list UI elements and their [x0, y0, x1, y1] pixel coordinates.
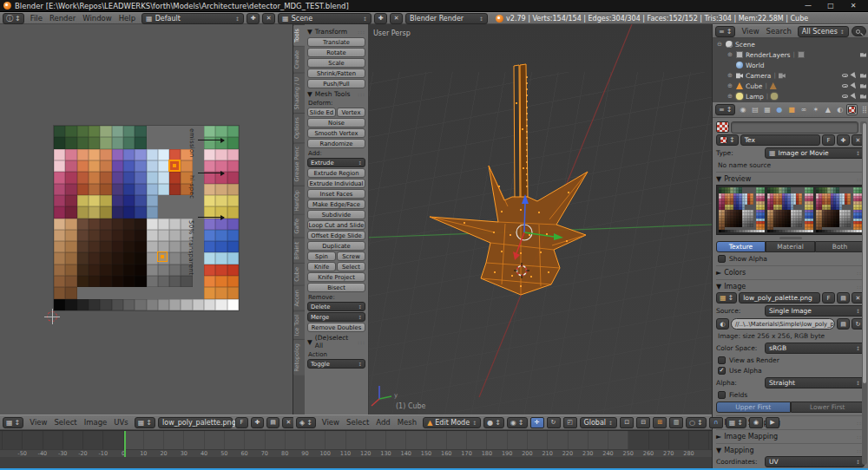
menu-uvs[interactable]: UVs: [110, 418, 131, 427]
menu-select[interactable]: Select: [343, 418, 372, 427]
tool-button-knife[interactable]: Knife: [307, 262, 336, 271]
menu-view[interactable]: View: [738, 27, 762, 36]
source-dropdown[interactable]: Single Image↕: [765, 305, 865, 317]
mesh-object[interactable]: [430, 166, 588, 295]
add-scene-button[interactable]: ✚: [374, 13, 387, 24]
tool-dropdown-merge[interactable]: Merge↕: [307, 312, 365, 322]
tool-dropdown-extrude[interactable]: Extrude↕: [307, 158, 365, 167]
scene-dropdown[interactable]: ▦Scene↕: [278, 13, 372, 24]
tab-object[interactable]: ■: [786, 104, 797, 115]
expand-toggle-icon[interactable]: ⊕: [727, 82, 733, 89]
expand-toggle-icon[interactable]: ⊖: [716, 41, 723, 48]
delete-scene-button[interactable]: ✕: [390, 13, 403, 24]
image-browse-button[interactable]: ▦↕: [716, 292, 737, 304]
upper-first-button[interactable]: Upper First: [716, 401, 791, 413]
tab-render[interactable]: ◉: [737, 104, 748, 115]
tool-button-slide-ed[interactable]: Slide Ed: [307, 108, 336, 117]
cursor-restrict-icon[interactable]: [851, 82, 858, 89]
fake-user-button[interactable]: F: [822, 134, 835, 146]
opengl-render-button[interactable]: ◉: [749, 417, 763, 428]
z-axis-handle[interactable]: [524, 203, 525, 232]
file-browse-button[interactable]: ▤: [837, 318, 850, 330]
menu-window[interactable]: Window: [79, 14, 115, 23]
texture-slot-list[interactable]: [731, 121, 858, 134]
face-select-button[interactable]: ⊞: [653, 417, 667, 428]
expand-toggle-icon[interactable]: ⊕: [727, 72, 733, 79]
tab-texture[interactable]: [846, 104, 858, 115]
mesh-antenna[interactable]: [514, 65, 520, 199]
add-texture-button[interactable]: ✚: [837, 134, 850, 146]
tool-button-loop-cut-and-slide[interactable]: Loop Cut and Slide: [307, 220, 365, 230]
preview-panel-header[interactable]: ▼Preview:::: [716, 172, 865, 183]
eye-restrict-icon[interactable]: [842, 95, 848, 98]
minimize-button[interactable]: —: [797, 0, 819, 11]
show-alpha-checkbox[interactable]: [718, 255, 726, 263]
shelf-tab-cube[interactable]: Cube: [293, 263, 305, 285]
cam-restrict-icon[interactable]: [860, 95, 866, 99]
cam-restrict-icon[interactable]: [860, 84, 866, 88]
render-engine-dropdown[interactable]: Blender Render↕: [405, 13, 488, 24]
new-image-button[interactable]: ✚: [251, 417, 264, 428]
shelf-tab-accen[interactable]: Accen: [293, 285, 305, 310]
tool-button-push-pull[interactable]: Push/Pull: [307, 79, 365, 88]
menu-view[interactable]: View: [26, 418, 50, 427]
cursor-restrict-icon[interactable]: [851, 71, 858, 79]
uv-selection-marker[interactable]: [157, 251, 168, 262]
menu-file[interactable]: File: [27, 14, 46, 23]
menu-view[interactable]: View: [319, 418, 343, 427]
close-button[interactable]: ✕: [842, 0, 865, 11]
texture-name-field[interactable]: Tex: [740, 134, 820, 146]
tool-button-shrink-fatten[interactable]: Shrink/Fatten: [307, 69, 365, 78]
tool-dropdown-toggle[interactable]: Toggle↕: [307, 359, 365, 369]
tool-button-translate[interactable]: Translate: [307, 37, 365, 47]
editor-type-button-uv[interactable]: ▦↕: [3, 417, 23, 428]
tab-constraints[interactable]: ∞: [798, 104, 809, 115]
screen-layout-dropdown[interactable]: ▦Default↕: [141, 13, 244, 24]
vertex-select-button[interactable]: ⊡: [620, 417, 634, 428]
maximize-button[interactable]: □: [819, 0, 842, 11]
timeline-ruler[interactable]: -50-40-30-20-100102030405060708090100110…: [0, 449, 712, 457]
editor-type-button-outliner[interactable]: ≡↕: [715, 26, 735, 37]
manipulator-scale-button[interactable]: ◰: [563, 417, 577, 428]
tool-button-offset-edge-slide[interactable]: Offset Edge Slide: [307, 231, 365, 240]
tool-button-spin[interactable]: Spin: [307, 251, 336, 261]
editor-type-button-3d[interactable]: ◈↕: [296, 417, 316, 428]
shelf-tab-create[interactable]: Create: [293, 46, 305, 73]
preview-material-button[interactable]: Material: [766, 241, 815, 252]
tool-button-smooth-vertex[interactable]: Smooth Vertex: [307, 128, 365, 138]
outliner-row-renderlayers[interactable]: ⊕RenderLayers|: [713, 49, 868, 60]
tool-button-inset-faces[interactable]: Inset Faces: [307, 189, 365, 199]
add-layout-button[interactable]: ✚: [247, 13, 260, 24]
timeline-playhead[interactable]: [124, 431, 126, 457]
image-panel-header[interactable]: ▼Image:::: [716, 279, 865, 290]
tool-button-screw[interactable]: Screw: [337, 251, 365, 261]
timeline-editor[interactable]: -50-40-30-20-100102030405060708090100110…: [0, 430, 712, 470]
color-space-dropdown[interactable]: sRGB↕: [765, 343, 865, 354]
menu-mesh[interactable]: Mesh: [394, 418, 420, 427]
cam-restrict-icon[interactable]: [860, 74, 866, 78]
image-path-field[interactable]: //..\..\Materials\Simple\low_poly_palett…: [731, 318, 835, 330]
outliner-editor[interactable]: ≡↕ ViewSearch All Scenes↕ ⊖Scene⊕RenderL…: [712, 24, 868, 102]
open-folder-button[interactable]: ▤: [837, 292, 850, 304]
texture-browse-button[interactable]: ↕: [716, 134, 739, 146]
lower-first-button[interactable]: Lower First: [791, 401, 865, 413]
menu-help[interactable]: Help: [115, 14, 139, 23]
panel-header-mesh-tools[interactable]: ▼Mesh Tools:::: [307, 90, 365, 98]
image-name-field[interactable]: low_poly_palette.png: [158, 417, 233, 428]
tab-particles[interactable]: ⣿: [858, 104, 868, 115]
proportional-edit-button[interactable]: ○↕: [686, 417, 707, 428]
shelf-tab-hardop[interactable]: HardOp: [293, 186, 305, 215]
image-datablock-icon-button[interactable]: ▦↕: [135, 417, 155, 428]
colors-panel-header[interactable]: ►Colors:::: [716, 265, 865, 277]
outliner-search-input[interactable]: [852, 26, 866, 36]
preview-both-button[interactable]: Both: [815, 241, 865, 252]
resize-notch[interactable]: [779, 237, 802, 239]
tab-world[interactable]: ●: [773, 104, 785, 115]
mode-dropdown[interactable]: ▲Edit Mode↕: [423, 417, 481, 428]
outliner-row-scene[interactable]: ⊖Scene: [713, 39, 868, 49]
uv-selection-marker[interactable]: [168, 160, 181, 172]
shelf-tab-grease-penc[interactable]: Grease Penc: [293, 142, 305, 185]
tool-button-randomize[interactable]: Randomize: [307, 139, 365, 148]
tab-material[interactable]: ◐: [834, 104, 845, 115]
shelf-tab-ice-tool[interactable]: Ice Tool: [293, 310, 305, 339]
